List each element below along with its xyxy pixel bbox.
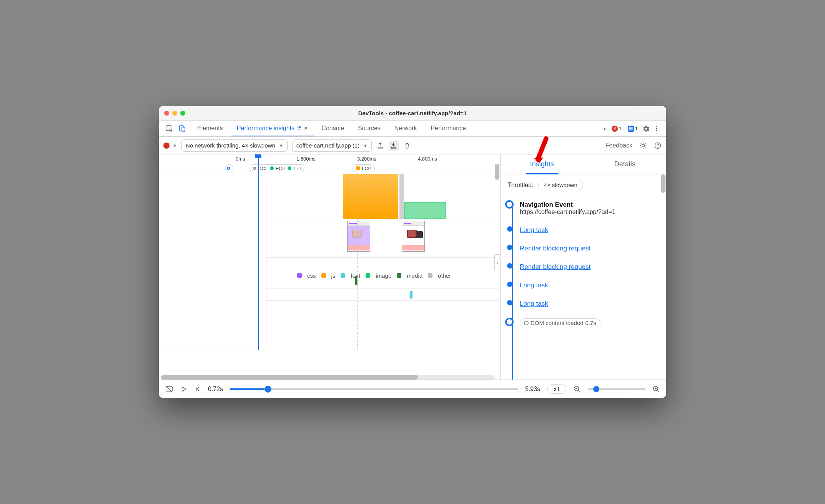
close-tab-icon[interactable]: × [304, 125, 308, 132]
panel-settings-icon[interactable] [639, 142, 647, 149]
tab-network[interactable]: Network [388, 121, 423, 136]
play-icon[interactable] [180, 386, 187, 393]
insight-item[interactable]: Long task [509, 224, 659, 236]
throttling-dropdown[interactable]: No network throttling, 4× slowdown ▼ [181, 139, 288, 152]
marker-label: FCP [276, 166, 286, 171]
record-options-icon[interactable]: ▼ [173, 143, 177, 148]
timeline-block[interactable] [404, 202, 446, 219]
messages-count: 1 [635, 126, 638, 131]
insight-link[interactable]: Long task [520, 300, 548, 307]
zoom-out-icon[interactable] [573, 385, 581, 393]
pill-time: 0.7s [585, 320, 596, 326]
time-ruler[interactable]: 0ms 1,600ms 3,200ms 4,800ms [159, 154, 500, 164]
marker-pill[interactable] [225, 164, 233, 172]
legend-swatch [297, 273, 302, 278]
errors-count: 1 [619, 126, 622, 131]
insight-link[interactable]: Render blocking request [520, 263, 590, 270]
timeline-block[interactable] [399, 174, 404, 219]
svg-point-5 [656, 130, 657, 131]
record-button[interactable] [163, 143, 170, 149]
timeline-node [505, 318, 514, 326]
insight-link[interactable]: Long task [520, 282, 548, 289]
throttled-pill[interactable]: 4× slowdown [538, 180, 583, 190]
sidebar-toggle-icon[interactable]: › [494, 254, 500, 271]
flask-icon: ⚗ [297, 125, 302, 131]
import-icon[interactable] [389, 141, 399, 151]
tab-sources[interactable]: Sources [352, 121, 387, 136]
circle-icon [524, 321, 529, 325]
marker-square [356, 166, 360, 170]
replay-disabled-icon[interactable] [165, 385, 173, 393]
svg-point-4 [656, 128, 657, 129]
toolbar-right: Feedback [605, 142, 662, 149]
throttled-label: Throttled: [507, 182, 534, 189]
tab-performance[interactable]: Performance [424, 121, 472, 136]
timeline-node [507, 226, 512, 232]
ruler-tick: 4,800ms [418, 156, 437, 162]
insight-item[interactable]: Long task [509, 298, 659, 310]
pill-label: DOM content loaded [531, 320, 584, 326]
skip-start-icon[interactable] [194, 386, 201, 393]
timeline-area[interactable]: 0ms 1,600ms 3,200ms 4,800ms DCL FCP TTI … [159, 154, 500, 380]
marker-label: LCP [362, 166, 371, 171]
legend-label: js [331, 272, 336, 279]
tab-details[interactable]: Details [584, 154, 667, 174]
zoom-in-icon[interactable] [652, 385, 660, 393]
insight-navigation-event[interactable]: Navigation Event https://coffee-cart.net… [509, 199, 659, 218]
preview-overlay [159, 183, 266, 348]
window-title: DevTools - coffee-cart.netlify.app/?ad=1 [159, 110, 666, 116]
tab-label: Performance insights [237, 125, 294, 132]
timeline-node [507, 245, 512, 250]
legend-label: other [438, 272, 451, 279]
maximize-window-button[interactable] [180, 111, 185, 116]
tab-label: Elements [197, 125, 223, 132]
screenshot-thumbnail[interactable] [402, 221, 425, 252]
legend-swatch [341, 273, 345, 278]
inspect-element-icon[interactable] [163, 121, 176, 136]
more-tabs-icon[interactable]: » [604, 125, 607, 132]
chevron-down-icon: ▼ [363, 143, 368, 148]
close-window-button[interactable] [164, 111, 169, 116]
marker-pill-lcp[interactable]: LCP [353, 164, 375, 172]
horizontal-scrollbar[interactable] [161, 375, 495, 380]
kebab-menu-icon[interactable] [653, 125, 660, 132]
legend-label: media [407, 272, 422, 279]
zoom-knob[interactable] [593, 386, 599, 392]
export-icon[interactable] [376, 142, 384, 149]
slider-knob[interactable] [264, 386, 271, 393]
screenshot-thumbnail[interactable] [347, 221, 370, 252]
insight-link[interactable]: Long task [520, 226, 548, 234]
end-time: 5.93s [525, 386, 540, 393]
playback-slider[interactable] [230, 388, 518, 390]
timeline-block[interactable] [343, 174, 398, 219]
tabsbar-right: » ✕ 1 ▤ 1 [604, 121, 662, 136]
insight-dcl[interactable]: DOM content loaded 0.7s [509, 316, 659, 330]
tab-console[interactable]: Console [315, 121, 350, 136]
insight-item[interactable]: Render blocking request [509, 261, 659, 273]
insight-link[interactable]: Render blocking request [520, 245, 590, 252]
messages-badge[interactable]: ▤ 1 [626, 125, 639, 132]
playhead[interactable] [258, 154, 259, 350]
speed-pill[interactable]: x1 [547, 384, 566, 394]
scrollbar-thumb[interactable] [161, 375, 418, 380]
delete-icon[interactable] [403, 142, 411, 149]
traffic-lights [164, 111, 185, 116]
settings-icon[interactable] [642, 125, 650, 133]
recording-dropdown[interactable]: coffee-cart.netlify.app (1) ▼ [292, 139, 372, 152]
insight-item[interactable]: Render blocking request [509, 242, 659, 255]
feedback-link[interactable]: Feedback [605, 142, 632, 149]
main-tabsbar: Elements Performance insights ⚗ × Consol… [159, 121, 666, 137]
tab-elements[interactable]: Elements [191, 121, 229, 136]
device-toolbar-icon[interactable] [176, 121, 189, 136]
zoom-slider[interactable] [588, 388, 645, 390]
tab-performance-insights[interactable]: Performance insights ⚗ × [231, 121, 314, 136]
help-icon[interactable] [654, 142, 662, 149]
insight-item[interactable]: Long task [509, 279, 659, 292]
minimize-window-button[interactable] [172, 111, 177, 116]
timeline-mark[interactable] [410, 291, 412, 298]
insight-pill[interactable]: DOM content loaded 0.7s [520, 318, 600, 327]
legend-label: css [307, 272, 316, 279]
errors-badge[interactable]: ✕ 1 [610, 125, 623, 132]
timeline-node [507, 282, 512, 287]
sidebar-scrollbar[interactable] [661, 174, 665, 193]
